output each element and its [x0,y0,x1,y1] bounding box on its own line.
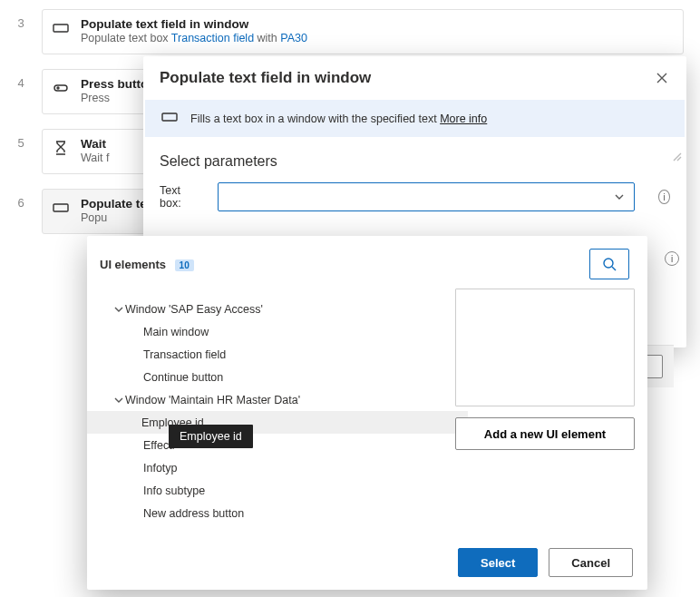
preview-pane [455,289,635,406]
tree-group[interactable]: Window 'Maintain HR Master Data' [100,388,455,411]
textbox-icon [161,111,178,126]
step-subtitle: Populate text box Transaction field with… [81,32,307,44]
add-ui-element-button[interactable]: Add a new UI element [455,417,635,450]
chevron-down-icon [614,191,625,205]
dialog-title: Populate text field in window [160,69,371,87]
tree-item-continue-button[interactable]: Continue button [100,366,455,388]
step-row: 3 Populate text field in window Populate… [0,9,700,54]
tooltip: Employee id [169,425,253,448]
cancel-button[interactable]: Cancel [549,548,633,577]
link-value[interactable]: PA30 [280,32,307,44]
ui-element-picker: UI elements 10 Window 'SAP Easy Access' … [87,236,647,590]
svg-rect-0 [53,24,68,32]
resize-grip-icon[interactable] [672,152,683,162]
tree-group[interactable]: Window 'SAP Easy Access' [100,298,455,320]
step-title: Populate text field in window [81,17,307,31]
step-number: 4 [0,69,42,90]
info-icon[interactable]: i [658,190,670,204]
tree-item-employee-id[interactable]: Employee id [87,411,468,434]
link-transaction-field[interactable]: Transaction field [171,32,254,44]
close-icon[interactable] [654,70,670,86]
tree-item-transaction-field[interactable]: Transaction field [100,343,455,366]
more-info-link[interactable]: More info [440,113,487,125]
step-number: 6 [0,189,42,210]
step-card[interactable]: Populate text field in window Populate t… [42,9,684,54]
ui-element-tree: Window 'SAP Easy Access' Main window Tra… [100,285,455,524]
textbox-dropdown[interactable] [218,182,635,211]
param-label-textbox: Text box: [160,184,201,210]
press-icon [52,79,70,97]
wait-icon [52,139,70,157]
svg-rect-4 [162,113,177,121]
tree-item-info-subtype[interactable]: Info subtype [100,479,455,502]
textbox-icon [52,19,70,37]
tree-item-infotype[interactable]: Infotyp [100,456,455,479]
svg-point-5 [604,259,613,268]
svg-rect-1 [54,85,67,91]
svg-rect-3 [53,204,68,211]
textbox-icon [52,199,70,217]
picker-header: UI elements 10 [100,258,194,271]
info-icon[interactable]: i [665,251,679,266]
step-title: Wait [81,137,109,151]
search-button[interactable] [589,249,629,279]
step-number: 3 [0,9,42,30]
tree-item-effective[interactable]: Effecti [100,434,455,456]
count-badge: 10 [175,259,194,271]
info-banner: Fills a text box in a window with the sp… [145,100,685,137]
step-number: 5 [0,129,42,150]
section-title: Select parameters [143,137,686,182]
svg-point-2 [57,87,59,89]
step-subtitle: Wait f [81,152,109,164]
tree-item-new-address-button[interactable]: New address button [100,502,455,524]
chevron-down-icon [112,396,125,405]
tree-item-main-window[interactable]: Main window [100,320,455,343]
chevron-down-icon [112,305,125,314]
select-button[interactable]: Select [458,548,538,577]
